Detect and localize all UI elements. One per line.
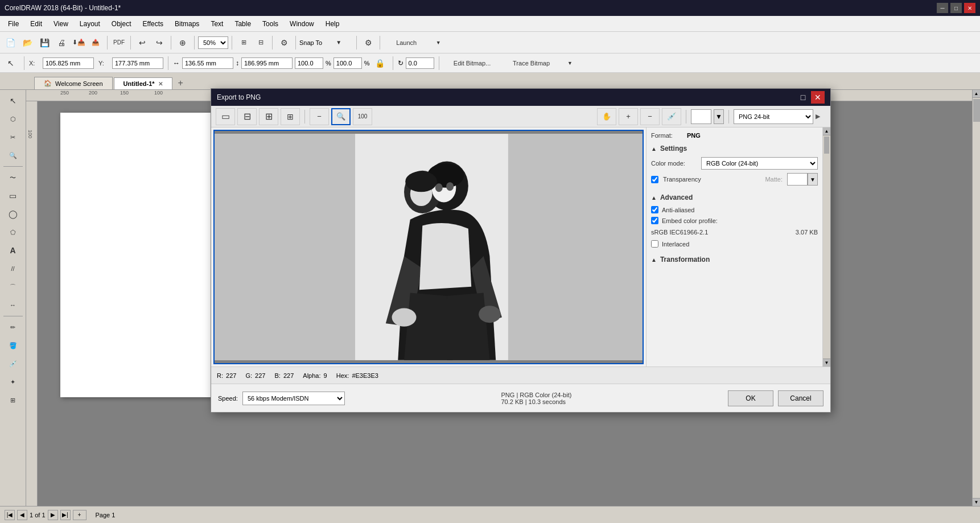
zoom-out-btn2[interactable]: −: [640, 108, 660, 125]
dialog-scroll-thumb[interactable]: [824, 137, 829, 154]
hand-tool-btn[interactable]: ✋: [597, 108, 616, 125]
vertical-scrollbar[interactable]: ▲ ▼: [972, 90, 980, 506]
menu-view[interactable]: View: [48, 18, 74, 30]
scale-x-input[interactable]: [295, 57, 323, 69]
export-button[interactable]: 📤: [88, 35, 104, 51]
new-button[interactable]: 📄: [2, 35, 18, 51]
edit-tool[interactable]: ✏: [3, 319, 23, 336]
tab-close-icon[interactable]: ✕: [158, 81, 163, 87]
fit-page-button[interactable]: ⊞: [236, 35, 252, 51]
fit-width-button[interactable]: ⊟: [253, 35, 269, 51]
blend-tool[interactable]: ⊞: [3, 392, 23, 409]
view-split-v[interactable]: ⊞: [259, 108, 278, 125]
view-split-h[interactable]: ⊟: [237, 108, 257, 125]
pdf-button[interactable]: PDF: [111, 35, 127, 51]
redo-button[interactable]: ↪: [151, 35, 167, 51]
first-page-button[interactable]: |◀: [5, 510, 15, 520]
embed-color-checkbox[interactable]: [651, 217, 658, 224]
color-mode-select[interactable]: RGB Color (24-bit): [701, 157, 818, 170]
interactive-tool[interactable]: ✦: [3, 373, 23, 390]
print-button[interactable]: 🖨: [53, 35, 69, 51]
zoom-out-btn[interactable]: −: [310, 108, 329, 125]
menu-window[interactable]: Window: [284, 18, 320, 30]
menu-file[interactable]: File: [2, 18, 24, 30]
dimension-tool[interactable]: ↔: [3, 296, 23, 314]
scroll-down-button[interactable]: ▼: [973, 498, 981, 506]
next-page-button[interactable]: ▶: [48, 510, 58, 520]
transparency-checkbox[interactable]: [651, 176, 658, 183]
menu-effects[interactable]: Effects: [137, 18, 169, 30]
x-coord-input[interactable]: [43, 57, 94, 69]
matte-arrow[interactable]: ▼: [808, 173, 818, 186]
snap-dropdown[interactable]: ▼: [324, 35, 353, 51]
dialog-scroll-down[interactable]: ▼: [823, 359, 830, 366]
advanced-header[interactable]: ▲ Advanced: [651, 191, 818, 204]
format-select[interactable]: PNG 24-bit: [734, 109, 813, 124]
width-input[interactable]: [182, 57, 233, 69]
ellipse-tool[interactable]: ◯: [3, 205, 23, 223]
polygon-tool[interactable]: ⬠: [3, 224, 23, 241]
scroll-up-button[interactable]: ▲: [973, 90, 981, 98]
launch-button[interactable]: Launch: [384, 35, 429, 51]
zoom-in-btn[interactable]: 🔍: [331, 108, 351, 125]
options-gear[interactable]: ⚙: [360, 35, 376, 51]
dialog-scroll-up[interactable]: ▲: [823, 127, 830, 135]
target-button[interactable]: ⊕: [175, 35, 191, 51]
menu-bitmaps[interactable]: Bitmaps: [169, 18, 205, 30]
text-tool[interactable]: A: [3, 242, 23, 259]
maximize-button[interactable]: □: [950, 3, 962, 13]
tab-welcome[interactable]: 🏠 Welcome Screen: [34, 77, 113, 89]
rectangle-tool[interactable]: ▭: [3, 187, 23, 204]
scroll-thumb[interactable]: [973, 99, 980, 122]
zoom-tool[interactable]: 🔍: [3, 147, 23, 164]
view-quad[interactable]: ⊞: [281, 108, 300, 125]
import-button[interactable]: ⬇📥: [71, 35, 87, 51]
selector-tool[interactable]: ↖: [2, 55, 19, 71]
menu-object[interactable]: Object: [106, 18, 137, 30]
close-button[interactable]: ✕: [964, 3, 975, 13]
save-button[interactable]: 💾: [36, 35, 52, 51]
anti-aliased-checkbox[interactable]: [651, 206, 658, 213]
menu-text[interactable]: Text: [205, 18, 229, 30]
settings-header[interactable]: ▲ Settings: [651, 142, 818, 155]
menu-layout[interactable]: Layout: [74, 18, 106, 30]
menu-table[interactable]: Table: [229, 18, 257, 30]
launch-arrow[interactable]: ▼: [430, 35, 446, 51]
minimize-button[interactable]: ─: [937, 3, 948, 13]
menu-tools[interactable]: Tools: [257, 18, 284, 30]
lock-ratio-button[interactable]: 🔒: [372, 55, 388, 71]
add-tab-button[interactable]: +: [174, 77, 188, 89]
cancel-button[interactable]: Cancel: [778, 390, 823, 406]
last-page-button[interactable]: ▶|: [60, 510, 71, 520]
node-tool[interactable]: ⬡: [3, 110, 23, 127]
zoom-100-btn[interactable]: 100: [353, 108, 372, 125]
add-page-button[interactable]: +: [73, 510, 87, 520]
y-coord-input[interactable]: [112, 57, 163, 69]
scale-y-input[interactable]: [333, 57, 362, 69]
height-input[interactable]: [241, 57, 293, 69]
ok-button[interactable]: OK: [728, 390, 773, 406]
eyedrop-btn[interactable]: 💉: [662, 108, 681, 125]
open-button[interactable]: 📂: [19, 35, 35, 51]
dialog-close-button[interactable]: ✕: [811, 91, 825, 104]
angle-input[interactable]: [406, 57, 434, 69]
zoom-in-btn2[interactable]: +: [619, 108, 638, 125]
view-single[interactable]: ▭: [216, 108, 235, 125]
eyedropper-tool[interactable]: 💉: [3, 355, 23, 372]
freehand-tool[interactable]: 〜: [3, 169, 23, 186]
menu-edit[interactable]: Edit: [24, 18, 48, 30]
zoom-select[interactable]: 50%: [198, 36, 228, 49]
prev-page-button[interactable]: ◀: [17, 510, 27, 520]
dialog-scrollbar[interactable]: ▲ ▼: [822, 127, 830, 366]
fill-tool[interactable]: 🪣: [3, 337, 23, 354]
undo-button[interactable]: ↩: [134, 35, 150, 51]
menu-help[interactable]: Help: [320, 18, 345, 30]
dialog-maximize-button[interactable]: □: [796, 91, 810, 104]
crop-tool[interactable]: ✂: [3, 129, 23, 146]
select-tool[interactable]: ↖: [3, 92, 23, 109]
tab-untitled[interactable]: Untitled-1* ✕: [114, 77, 172, 89]
edit-bitmap-button[interactable]: Edit Bitmap...: [444, 55, 501, 71]
trace-arrow[interactable]: ▼: [562, 55, 578, 71]
interlaced-checkbox[interactable]: [651, 240, 658, 248]
connector-tool[interactable]: ⌒: [3, 278, 23, 295]
